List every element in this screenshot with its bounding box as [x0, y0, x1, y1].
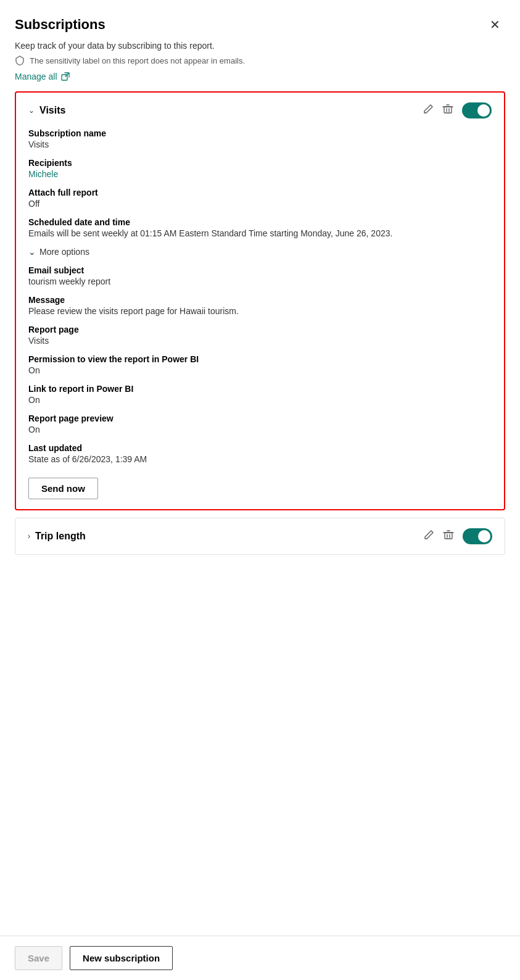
subscription-name-field: Subscription name Visits — [28, 128, 492, 149]
message-value: Please review the visits report page for… — [28, 306, 492, 316]
trip-card-title: Trip length — [35, 531, 86, 542]
report-page-field: Report page Visits — [28, 325, 492, 346]
attach-report-label: Attach full report — [28, 188, 492, 197]
external-link-icon — [61, 72, 70, 81]
sensitivity-text: The sensitivity label on this report doe… — [30, 56, 245, 65]
close-button[interactable]: ✕ — [485, 15, 505, 35]
panel-header: Subscriptions ✕ — [15, 15, 505, 35]
attach-report-field: Attach full report Off — [28, 188, 492, 209]
visits-subscription-card: ⌄ Visits — [15, 91, 505, 510]
subscription-name-value: Visits — [28, 139, 492, 149]
permission-label: Permission to view the report in Power B… — [28, 354, 492, 364]
card-actions — [423, 102, 492, 118]
new-subscription-button[interactable]: New subscription — [70, 946, 173, 970]
subscription-name-label: Subscription name — [28, 128, 492, 138]
last-updated-label: Last updated — [28, 443, 492, 453]
visits-card-header: ⌄ Visits — [28, 102, 492, 118]
link-value: On — [28, 395, 492, 405]
more-options-row[interactable]: ⌄ More options — [28, 247, 492, 257]
delete-icon[interactable] — [442, 104, 453, 117]
email-subject-field: Email subject tourism weekly report — [28, 265, 492, 286]
trip-delete-icon[interactable] — [443, 529, 454, 543]
email-subject-value: tourism weekly report — [28, 276, 492, 286]
more-options-label: More options — [39, 247, 89, 257]
report-page-label: Report page — [28, 325, 492, 334]
trip-toggle[interactable] — [463, 528, 492, 544]
link-field: Link to report in Power BI On — [28, 384, 492, 405]
preview-value: On — [28, 425, 492, 434]
send-now-button[interactable]: Send now — [28, 478, 98, 499]
more-options-chevron-icon: ⌄ — [28, 247, 36, 257]
message-label: Message — [28, 295, 492, 305]
expand-chevron-icon[interactable]: › — [28, 532, 30, 541]
attach-report-value: Off — [28, 199, 492, 209]
sensitivity-row: The sensitivity label on this report doe… — [15, 56, 505, 65]
visits-toggle[interactable] — [462, 102, 492, 118]
last-updated-field: Last updated State as of 6/26/2023, 1:39… — [28, 443, 492, 464]
edit-icon[interactable] — [423, 104, 434, 117]
scheduled-value: Emails will be sent weekly at 01:15 AM E… — [28, 228, 492, 238]
scheduled-label: Scheduled date and time — [28, 217, 492, 227]
svg-rect-2 — [445, 533, 452, 539]
card-title-row: ⌄ Visits — [28, 105, 65, 116]
save-button: Save — [15, 946, 62, 970]
permission-field: Permission to view the report in Power B… — [28, 354, 492, 375]
trip-length-card-header: › Trip length — [28, 528, 492, 544]
panel-subtitle: Keep track of your data by subscribing t… — [15, 41, 505, 51]
manage-all-label: Manage all — [15, 72, 57, 81]
sensitivity-icon — [15, 56, 25, 65]
svg-rect-1 — [444, 107, 452, 113]
trip-card-title-row: › Trip length — [28, 531, 86, 542]
preview-field: Report page preview On — [28, 413, 492, 434]
trip-card-actions — [423, 528, 492, 544]
recipients-label: Recipients — [28, 158, 492, 168]
manage-all-link[interactable]: Manage all — [15, 72, 505, 81]
permission-value: On — [28, 365, 492, 375]
link-label: Link to report in Power BI — [28, 384, 492, 394]
collapse-chevron-icon[interactable]: ⌄ — [28, 106, 35, 115]
recipients-field: Recipients Michele — [28, 158, 492, 179]
subscriptions-panel: Subscriptions ✕ Keep track of your data … — [0, 0, 520, 555]
scheduled-field: Scheduled date and time Emails will be s… — [28, 217, 492, 238]
bottom-bar: Save New subscription — [0, 936, 520, 980]
panel-title: Subscriptions — [15, 17, 105, 33]
trip-edit-icon[interactable] — [423, 529, 434, 543]
recipients-value[interactable]: Michele — [28, 169, 492, 179]
report-page-value: Visits — [28, 336, 492, 346]
email-subject-label: Email subject — [28, 265, 492, 275]
visits-card-title: Visits — [39, 105, 65, 116]
preview-label: Report page preview — [28, 413, 492, 423]
last-updated-value: State as of 6/26/2023, 1:39 AM — [28, 454, 492, 464]
message-field: Message Please review the visits report … — [28, 295, 492, 316]
trip-length-subscription-card: › Trip length — [15, 518, 505, 555]
